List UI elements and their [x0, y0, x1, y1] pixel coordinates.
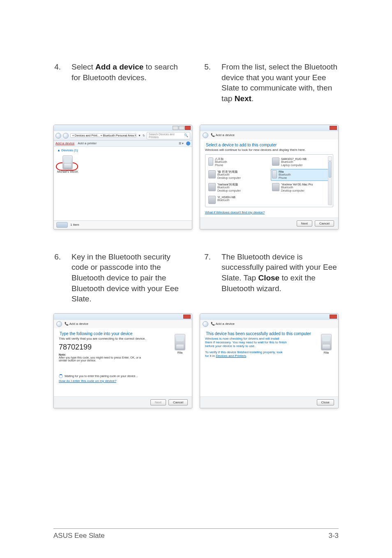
help-icon[interactable] [186, 141, 190, 146]
help-link[interactable]: How do I enter this code on my device? [59, 379, 187, 383]
next-button[interactable]: Next [297, 220, 312, 227]
desktop-icon [272, 183, 279, 191]
chevron-down-icon[interactable]: ▼ [138, 134, 141, 137]
screenshot-success: 📞 Add a device Rita This device has been… [200, 313, 339, 408]
cancel-button[interactable]: Cancel [168, 399, 188, 405]
wizard-title: 📞 Add a device [65, 322, 88, 326]
desktop-icon [208, 170, 216, 178]
info-text-1: Windows is now checking for drivers and … [205, 337, 287, 348]
nav-back-icon[interactable] [55, 133, 61, 139]
search-icon: 🔍 [184, 134, 188, 137]
text: . [246, 354, 247, 358]
wizard-subtext: This will verify that you are connecting… [59, 337, 187, 340]
wizard-heading: Type the following code into your device [59, 331, 187, 336]
devices-printers-link[interactable]: Devices and Printers [216, 354, 246, 358]
phone-icon [321, 334, 332, 350]
cancel-button[interactable]: Cancel [315, 220, 334, 227]
close-icon[interactable] [183, 315, 191, 319]
step-5-number: 5. [203, 62, 211, 72]
next-button-disabled: Next [150, 399, 166, 405]
footer-left: ASUS Eee Slate [53, 532, 105, 540]
footer-right: 3-3 [328, 532, 339, 540]
wizard-heading: Select a device to add to this computer [205, 143, 333, 147]
devices-section-header[interactable]: ▲ Devices (1) [57, 148, 189, 152]
note-label: Note: [59, 353, 187, 356]
close-icon[interactable] [330, 126, 337, 130]
wizard-subtext: Windows will continue to look for new de… [205, 148, 333, 152]
screenshot-enter-code: 📞 Add a device Rita Type the following c… [53, 313, 192, 408]
nav-back-icon[interactable] [203, 321, 208, 327]
list-item[interactable]: SAM1017_KUO-NBBluetoothLaptop computer [271, 156, 331, 168]
nav-back-icon[interactable] [203, 132, 208, 138]
minimize-icon[interactable] [173, 126, 178, 130]
maximize-icon[interactable] [179, 126, 184, 130]
address-bar[interactable]: « Devices and Print... » Bluetooth Perso… [70, 133, 136, 138]
device-preview: Rita [175, 334, 185, 354]
step-4-text: Select Add a device to search for Blueto… [71, 62, 189, 83]
list-item[interactable]: YI_HSIEH-NBBluetooth [207, 194, 267, 205]
search-placeholder: Search Devices and Printers [149, 133, 184, 139]
pairing-code: 78702199 [59, 343, 187, 352]
laptop-icon [208, 196, 216, 204]
bold: Close [258, 273, 279, 282]
close-icon[interactable] [330, 315, 337, 319]
spinner-icon [59, 374, 63, 378]
text: Select [71, 63, 95, 71]
step-4-number: 4. [53, 62, 61, 72]
step-5-text: From the list, select the Bluetooth devi… [221, 62, 339, 104]
screenshot-devices-printers: « Devices and Print... » Bluetooth Perso… [53, 125, 192, 229]
desktop-icon [208, 183, 216, 191]
bold: Add a device [95, 63, 143, 71]
scrollbar[interactable] [328, 156, 332, 205]
list-item[interactable]: 八不知BluetoothPhone [207, 156, 267, 168]
add-device-button[interactable]: Add a device [55, 141, 74, 145]
close-button[interactable]: Close [317, 399, 334, 405]
step-7-number: 7. [203, 252, 211, 262]
note-text: After you type this code, you might need… [59, 356, 141, 362]
phone-icon [62, 155, 73, 169]
list-item[interactable]: "Andrew Yeh"的 Mac ProBluetoothDesktop co… [271, 182, 331, 194]
phone-icon [175, 334, 185, 350]
waiting-text: Waiting for you to enter this pairing co… [65, 375, 138, 377]
device-label: Michael's WEEK [57, 170, 78, 173]
device-list[interactable]: 八不知BluetoothPhone SAM1017_KUO-NBBluetoot… [205, 154, 333, 207]
status-text: 1 item [70, 223, 79, 227]
step-6-text: Key in the Bluetooth security code or pa… [71, 252, 189, 304]
wizard-heading: This device has been successfully added … [205, 331, 333, 336]
bold: Next [235, 94, 251, 103]
status-icon [56, 222, 68, 228]
phone-icon [272, 170, 277, 178]
list-item-selected[interactable]: RitaBluetoothPhone [271, 169, 331, 181]
info-text-2: To verify if this device finished instal… [205, 350, 287, 358]
device-caption: Rita [321, 351, 332, 354]
text: . [251, 94, 254, 103]
search-input[interactable]: Search Devices and Printers🔍 [147, 132, 190, 139]
device-item[interactable]: Michael's WEEK [57, 155, 78, 173]
nav-back-icon[interactable] [56, 321, 62, 327]
wizard-title: 📞 Add a device [211, 322, 235, 326]
list-item[interactable]: "barbara"的電腦BluetoothDesktop computer [207, 182, 267, 194]
step-6-number: 6. [53, 252, 61, 262]
help-link[interactable]: What if Windows doesn't find my device? [205, 211, 333, 214]
close-icon[interactable] [185, 126, 191, 130]
laptop-icon [272, 157, 279, 166]
phone-icon [208, 157, 213, 166]
wizard-title: 📞 Add a device [211, 133, 235, 137]
add-printer-button[interactable]: Add a printer [78, 141, 97, 145]
screenshot-select-device: 📞 Add a device Select a device to add to… [200, 125, 339, 229]
device-preview: Rita [321, 334, 332, 354]
nav-forward-icon[interactable] [63, 133, 69, 139]
list-item[interactable]: "蘇 哲清"的電腦BluetoothDesktop computer [207, 169, 267, 181]
device-caption: Rita [175, 351, 185, 354]
step-7-text: The Bluetooth device is successfully pai… [221, 252, 339, 294]
